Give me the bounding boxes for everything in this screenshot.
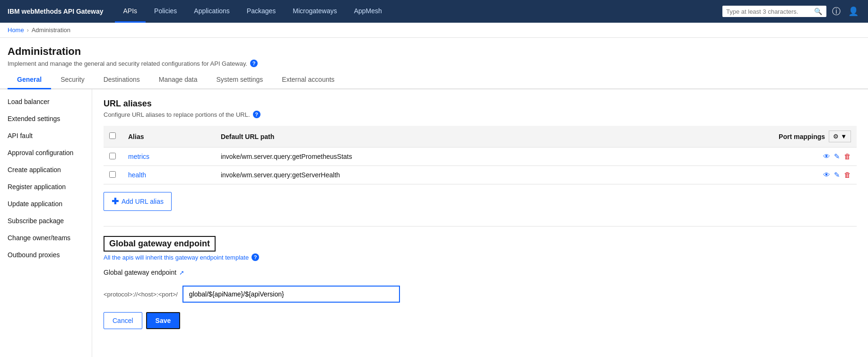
global-gateway-field-label: Global gateway endpoint ➚ — [104, 269, 184, 276]
search-bar: 🔍 — [722, 6, 826, 17]
global-gateway-help-icon[interactable]: ? — [252, 253, 259, 261]
global-gateway-prefix: <protocol>://<host>:<port>/ — [104, 291, 178, 298]
sidebar-item-api-fault[interactable]: API fault — [0, 127, 92, 144]
row-port-mappings-cell: 👁 ✎ 🗑 — [620, 148, 857, 166]
section-divider — [104, 226, 857, 226]
alias-link-metrics[interactable]: metrics — [128, 153, 149, 160]
url-aliases-desc: Configure URL aliases to replace portion… — [104, 111, 857, 118]
sidebar-item-create-application[interactable]: Create application — [0, 161, 92, 178]
row-checkbox-cell — [104, 148, 122, 166]
url-aliases-help-icon[interactable]: ? — [253, 111, 260, 118]
tabs-bar: General Security Destinations Manage dat… — [0, 71, 868, 89]
page-header: Administration Implement and manage the … — [0, 38, 868, 71]
global-gateway-title: Global gateway endpoint — [104, 236, 216, 252]
sidebar-item-subscribe-package[interactable]: Subscribe package — [0, 212, 92, 229]
breadcrumb: Home › Administration — [0, 23, 868, 38]
help-icon[interactable]: ⓘ — [830, 4, 842, 19]
top-navigation: IBM webMethods API Gateway APIs Policies… — [0, 0, 868, 23]
nav-link-policies[interactable]: Policies — [146, 0, 185, 23]
brand-name: IBM webMethods API Gateway — [8, 8, 104, 15]
external-link-icon[interactable]: ➚ — [179, 269, 184, 276]
table-header-alias: Alias — [122, 126, 215, 148]
tab-system-settings[interactable]: System settings — [207, 71, 273, 89]
select-all-checkbox[interactable] — [109, 132, 116, 139]
url-path-health: invoke/wm.server.query:getServerHealth — [221, 171, 340, 179]
global-gateway-desc: All the apis will inherit this gateway e… — [104, 253, 857, 261]
nav-link-packages[interactable]: Packages — [238, 0, 284, 23]
url-aliases-table: Alias Default URL path Port mappings ⚙ ▼ — [104, 126, 857, 184]
edit-icon[interactable]: ✎ — [834, 152, 840, 161]
form-buttons: Cancel Save — [104, 312, 857, 329]
search-input[interactable] — [726, 8, 811, 15]
url-aliases-desc-text: Configure URL aliases to replace portion… — [104, 111, 250, 118]
user-icon[interactable]: 👤 — [846, 4, 860, 18]
table-header-checkbox — [104, 126, 122, 148]
delete-icon[interactable]: 🗑 — [844, 171, 851, 179]
sidebar-item-update-application[interactable]: Update application — [0, 195, 92, 212]
page-help-icon[interactable]: ? — [250, 60, 258, 67]
page-subtitle-text: Implement and manage the general and sec… — [8, 60, 247, 67]
breadcrumb-separator: › — [27, 27, 29, 34]
nav-link-microgateways[interactable]: Microgateways — [284, 0, 345, 23]
sidebar: Load balancer Extended settings API faul… — [0, 89, 92, 357]
sidebar-item-change-owner-teams[interactable]: Change owner/teams — [0, 229, 92, 246]
table-row: metrics invoke/wm.server.query:getPromet… — [104, 148, 857, 166]
global-gateway-input-row: <protocol>://<host>:<port>/ — [104, 286, 857, 303]
save-button[interactable]: Save — [146, 312, 181, 329]
nav-link-applications[interactable]: Applications — [185, 0, 238, 23]
tab-general[interactable]: General — [8, 71, 51, 89]
table-header-port-mappings: Port mappings ⚙ ▼ — [620, 126, 857, 148]
nav-right: 🔍 ⓘ 👤 — [722, 4, 860, 19]
main-content: URL aliases Configure URL aliases to rep… — [92, 89, 868, 357]
delete-icon[interactable]: 🗑 — [844, 152, 851, 161]
row-checkbox[interactable] — [109, 153, 116, 159]
add-url-alias-button[interactable]: ✚ Add URL alias — [104, 192, 172, 211]
tab-manage-data[interactable]: Manage data — [149, 71, 207, 89]
tab-destinations[interactable]: Destinations — [94, 71, 149, 89]
global-gateway-section: Global gateway endpoint All the apis wil… — [104, 236, 857, 329]
edit-icon[interactable]: ✎ — [834, 171, 840, 179]
main-layout: Load balancer Extended settings API faul… — [0, 89, 868, 357]
global-gateway-endpoint-input[interactable] — [182, 286, 400, 303]
tab-external-accounts[interactable]: External accounts — [272, 71, 344, 89]
row-actions-metrics: 👁 ✎ 🗑 — [625, 152, 851, 161]
row-url-path-cell: invoke/wm.server.query:getPrometheusStat… — [215, 148, 620, 166]
add-url-alias-label: Add URL alias — [122, 198, 164, 205]
nav-link-apis[interactable]: APIs — [115, 0, 146, 23]
sidebar-item-approval-configuration[interactable]: Approval configuration — [0, 144, 92, 161]
plus-icon: ✚ — [112, 196, 119, 207]
global-gateway-desc-text: All the apis will inherit this gateway e… — [104, 254, 249, 261]
table-header-default-url-path: Default URL path — [215, 126, 620, 148]
row-alias-cell: metrics — [122, 148, 215, 166]
view-icon[interactable]: 👁 — [823, 152, 830, 161]
breadcrumb-home[interactable]: Home — [8, 26, 24, 34]
page-subtitle: Implement and manage the general and sec… — [8, 60, 860, 67]
nav-link-appmesh[interactable]: AppMesh — [346, 0, 391, 23]
alias-link-health[interactable]: health — [128, 171, 146, 179]
tab-security[interactable]: Security — [51, 71, 94, 89]
dropdown-arrow-icon: ▼ — [841, 133, 847, 140]
view-icon[interactable]: 👁 — [823, 171, 830, 179]
sidebar-item-register-application[interactable]: Register application — [0, 178, 92, 195]
global-gateway-label-row: Global gateway endpoint ➚ — [104, 269, 857, 276]
sidebar-item-outbound-proxies[interactable]: Outbound proxies — [0, 246, 92, 263]
row-url-path-cell: invoke/wm.server.query:getServerHealth — [215, 166, 620, 184]
url-aliases-section: URL aliases Configure URL aliases to rep… — [104, 99, 857, 211]
nav-links: APIs Policies Applications Packages Micr… — [115, 0, 722, 23]
column-settings-btn[interactable]: ⚙ ▼ — [829, 131, 851, 142]
sidebar-item-extended-settings[interactable]: Extended settings — [0, 110, 92, 127]
breadcrumb-current: Administration — [32, 26, 70, 34]
row-actions-health: 👁 ✎ 🗑 — [625, 171, 851, 179]
row-checkbox-cell — [104, 166, 122, 184]
table-row: health invoke/wm.server.query:getServerH… — [104, 166, 857, 184]
search-icon[interactable]: 🔍 — [814, 8, 822, 15]
page-title: Administration — [8, 45, 860, 58]
url-aliases-title: URL aliases — [104, 99, 857, 109]
gear-icon: ⚙ — [833, 133, 839, 140]
cancel-button[interactable]: Cancel — [104, 312, 142, 329]
row-port-mappings-cell: 👁 ✎ 🗑 — [620, 166, 857, 184]
url-path-metrics: invoke/wm.server.query:getPrometheusStat… — [221, 153, 352, 160]
row-alias-cell: health — [122, 166, 215, 184]
row-checkbox[interactable] — [109, 171, 116, 178]
sidebar-item-load-balancer[interactable]: Load balancer — [0, 93, 92, 110]
